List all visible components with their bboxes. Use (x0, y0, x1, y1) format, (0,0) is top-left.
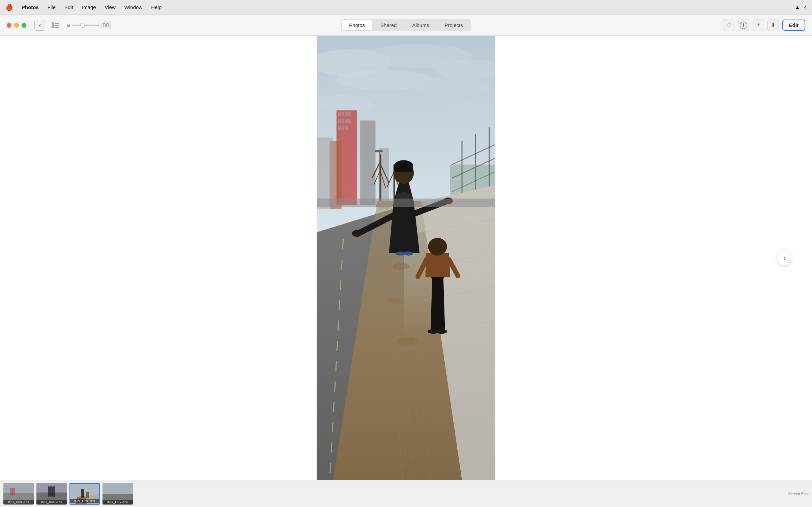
svg-point-84 (436, 329, 447, 334)
filmstrip-label-1: IMG_1001.JPG (3, 500, 34, 504)
svg-rect-21 (345, 119, 348, 123)
svg-rect-28 (317, 138, 333, 209)
menu-window[interactable]: Window (123, 4, 144, 11)
svg-rect-1 (55, 23, 59, 24)
menu-bar: 🍎 Photos File Edit Image View Window Hel… (0, 0, 812, 15)
svg-rect-16 (342, 112, 344, 116)
svg-rect-20 (342, 119, 344, 123)
zoom-fit-button[interactable] (101, 22, 111, 29)
svg-rect-5 (107, 24, 109, 27)
svg-point-31 (375, 150, 383, 152)
window-controls (7, 23, 26, 28)
info-icon: i (740, 22, 747, 29)
battery-icon: 4 (804, 5, 807, 10)
svg-point-56 (387, 298, 401, 303)
back-button[interactable]: ‹ (34, 20, 45, 31)
filmstrip-label-3: IMG_1177.JPG (70, 499, 99, 503)
svg-marker-79 (425, 253, 450, 277)
filmstrip: IMG_1001.JPG IMG_1002.JPG IMG_1177.JPG (0, 480, 812, 507)
zoom-slider-container: ⊟ (67, 22, 111, 29)
svg-rect-3 (55, 27, 59, 28)
edit-button[interactable]: Edit (782, 20, 805, 31)
filmstrip-thumb-4[interactable]: IMG_1177.JPG (103, 483, 133, 505)
svg-point-76 (404, 251, 413, 256)
share-icon: ⬆ (771, 22, 775, 28)
tab-albums[interactable]: Albums (405, 20, 436, 30)
svg-rect-25 (345, 126, 348, 130)
filmstrip-label-2: IMG_1002.JPG (36, 500, 67, 504)
svg-point-57 (398, 337, 418, 345)
screen-shot-label: Screen Shot (788, 492, 809, 496)
svg-point-11 (414, 77, 489, 96)
svg-rect-2 (55, 25, 59, 26)
zoom-out-icon: ⊟ (67, 23, 70, 28)
fit-icon (103, 23, 109, 28)
wifi-icon: ▲ (795, 4, 800, 10)
add-button[interactable]: + (753, 20, 764, 31)
svg-rect-88 (10, 488, 15, 495)
svg-rect-0 (52, 22, 54, 28)
svg-rect-85 (317, 199, 495, 207)
svg-rect-95 (81, 489, 84, 498)
filmstrip-label-4: IMG_1177.JPG (103, 500, 133, 504)
svg-point-82 (428, 238, 447, 256)
tab-shared[interactable]: Shared (373, 20, 404, 30)
main-photo (317, 36, 495, 480)
share-button[interactable]: ⬆ (767, 20, 779, 31)
menu-help[interactable]: Help (150, 4, 163, 11)
svg-point-55 (393, 263, 409, 270)
svg-rect-19 (338, 119, 341, 123)
filmstrip-thumb-3[interactable]: IMG_1177.JPG (69, 483, 100, 505)
toolbar-actions: ♡ i + ⬆ Edit (723, 20, 805, 31)
zoom-slider[interactable] (72, 25, 99, 26)
tab-photos[interactable]: Photos (342, 20, 372, 30)
filmstrip-thumb-2[interactable]: IMG_1002.JPG (36, 483, 67, 505)
photo-viewer: › (0, 36, 812, 480)
plus-icon: + (756, 22, 760, 29)
svg-rect-4 (103, 24, 105, 27)
menu-edit[interactable]: Edit (63, 4, 75, 11)
info-button[interactable]: i (738, 20, 749, 31)
back-icon: ‹ (39, 21, 41, 29)
chevron-right-icon: › (783, 253, 786, 263)
next-photo-button[interactable]: › (777, 250, 792, 265)
svg-rect-26 (360, 121, 375, 206)
svg-rect-69 (394, 166, 413, 172)
minimize-button[interactable] (14, 23, 19, 28)
svg-point-75 (396, 251, 405, 256)
svg-rect-24 (342, 126, 344, 130)
svg-rect-91 (48, 486, 55, 497)
main-content: › IMG_1001.JPG IMG_1002.JPG (0, 36, 812, 507)
nav-tabs: Photos Shared Albums Projects (341, 19, 471, 31)
tab-projects[interactable]: Projects (437, 20, 470, 30)
photo-area: › (0, 36, 812, 480)
toolbar: ‹ ⊟ Photos Shared Albums Projects (0, 15, 812, 36)
svg-point-74 (396, 192, 411, 199)
sidebar-icon (52, 22, 59, 28)
menu-image[interactable]: Image (81, 4, 97, 11)
svg-rect-17 (345, 112, 348, 116)
menu-photos[interactable]: Photos (20, 4, 40, 11)
menu-file[interactable]: File (46, 4, 57, 11)
svg-rect-23 (338, 126, 341, 130)
close-button[interactable] (7, 23, 11, 28)
filmstrip-thumb-1[interactable]: IMG_1001.JPG (3, 483, 34, 505)
heart-icon: ♡ (726, 22, 731, 29)
svg-point-71 (352, 230, 361, 237)
menu-view[interactable]: View (104, 4, 117, 11)
photo-scene-svg (317, 36, 495, 480)
svg-rect-15 (338, 112, 341, 116)
maximize-button[interactable] (22, 23, 26, 28)
apple-logo-icon[interactable]: 🍎 (5, 4, 13, 11)
svg-rect-18 (348, 112, 351, 116)
sidebar-toggle-button[interactable] (50, 20, 61, 31)
svg-rect-96 (86, 492, 89, 498)
heart-button[interactable]: ♡ (723, 20, 734, 31)
svg-marker-78 (431, 277, 445, 331)
svg-rect-22 (348, 119, 351, 123)
